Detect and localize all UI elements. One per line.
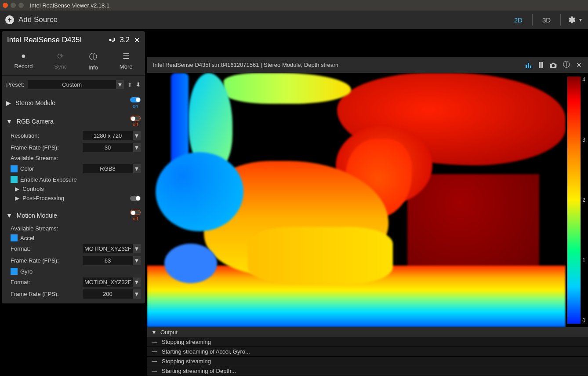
- sidebar: Intel RealSense D435I 3.2 ✕ ● Record ⟳ S…: [0, 29, 147, 376]
- more-button[interactable]: ☰ More: [120, 51, 133, 71]
- chevron-down-icon: ▼: [133, 277, 141, 287]
- chevron-down-icon: ▼: [116, 80, 124, 89]
- motion-module-header[interactable]: ▼ Motion Module off: [6, 210, 141, 221]
- output-panel: ▼ Output Stopping streaming Starting str…: [147, 327, 588, 376]
- window-minimize-icon[interactable]: [11, 3, 16, 8]
- chevron-down-icon: ▼: [133, 256, 141, 265]
- chevron-down-icon: ▼: [133, 244, 141, 253]
- postproc-section[interactable]: ▶ Post-Processing: [11, 193, 141, 203]
- resolution-select[interactable]: 1280 x 720 ▼: [83, 131, 141, 140]
- stereo-module: ▶ Stereo Module on: [2, 94, 145, 112]
- pause-icon[interactable]: [538, 62, 544, 68]
- accel-format-select[interactable]: MOTION_XYZ32F ▼: [83, 244, 141, 253]
- accel-fps-select[interactable]: 63 ▼: [83, 256, 141, 265]
- stereo-toggle[interactable]: [130, 97, 141, 102]
- caret-down-icon: ▼: [6, 212, 12, 219]
- rgb-module-header[interactable]: ▼ RGB Camera off: [6, 116, 141, 127]
- add-source-label: Add Source: [18, 15, 58, 24]
- rgb-module: ▼ RGB Camera off Resolution: 1280 x 720 …: [2, 112, 145, 206]
- window-titlebar: Intel RealSense Viewer v2.18.1: [0, 0, 588, 11]
- resolution-label: Resolution:: [11, 132, 83, 139]
- chevron-down-icon[interactable]: ▼: [578, 18, 583, 22]
- color-checkbox[interactable]: [11, 165, 18, 172]
- camera-icon[interactable]: [550, 62, 557, 68]
- view-2d-button[interactable]: 2D: [511, 15, 526, 26]
- device-name: Intel RealSense D435I: [7, 36, 82, 44]
- view-toggle: 2D 3D ▼: [511, 14, 583, 26]
- svg-rect-3: [539, 62, 541, 68]
- gear-icon[interactable]: [567, 15, 576, 24]
- accel-checkbox[interactable]: [11, 234, 18, 241]
- usb-version: 3.2: [109, 36, 130, 44]
- stream-title: Intel RealSense D435I s.n:841612071561 |…: [153, 62, 338, 68]
- controls-section[interactable]: ▶ Controls: [11, 184, 141, 193]
- preset-label: Preset:: [6, 81, 24, 88]
- caret-down-icon: ▼: [151, 329, 157, 336]
- hamburger-icon: ☰: [123, 51, 130, 61]
- format-label: Format:: [11, 245, 83, 252]
- window-title: Intel RealSense Viewer v2.18.1: [30, 2, 109, 9]
- colorbar: 4 3 2 1 0: [566, 73, 588, 327]
- accel-fps-label: Frame Rate (FPS):: [11, 257, 83, 264]
- plus-circle-icon: +: [5, 15, 14, 24]
- postproc-toggle[interactable]: [130, 196, 141, 201]
- auto-exposure-checkbox[interactable]: [11, 176, 18, 183]
- output-header[interactable]: ▼ Output: [147, 327, 588, 337]
- svg-rect-1: [528, 63, 529, 68]
- fps-label: Frame Rate (FPS):: [11, 144, 83, 151]
- rgb-toggle[interactable]: [130, 116, 141, 121]
- window-close-icon[interactable]: [3, 3, 8, 8]
- preset-select[interactable]: Custom ▼: [28, 80, 124, 89]
- download-icon[interactable]: ⬇: [136, 81, 141, 88]
- dash-icon: [152, 361, 157, 362]
- device-header: Intel RealSense D435I 3.2 ✕: [2, 31, 145, 49]
- svg-rect-4: [541, 62, 543, 68]
- close-device-icon[interactable]: ✕: [134, 36, 140, 44]
- caret-right-icon: ▶: [6, 99, 11, 106]
- close-icon[interactable]: ✕: [576, 61, 582, 69]
- device-toolbar: ● Record ⟳ Sync ⓘ Info ☰ More: [2, 49, 145, 76]
- device-panel: Intel RealSense D435I 3.2 ✕ ● Record ⟳ S…: [2, 31, 145, 303]
- record-icon: ●: [21, 51, 26, 61]
- svg-rect-0: [526, 65, 527, 68]
- available-streams-label: Available Streams:: [11, 155, 58, 161]
- caret-right-icon: ▶: [15, 195, 19, 201]
- motion-module: ▼ Motion Module off Available Streams: A…: [2, 206, 145, 303]
- gyro-fps-label: Frame Rate (FPS):: [11, 291, 83, 297]
- depth-image: [147, 73, 566, 327]
- window-maximize-icon[interactable]: [18, 3, 24, 8]
- sync-button[interactable]: ⟳ Sync: [54, 51, 67, 71]
- stream-header: Intel RealSense D435I s.n:841612071561 |…: [147, 57, 588, 73]
- gyro-checkbox[interactable]: [11, 268, 18, 275]
- stereo-module-header[interactable]: ▶ Stereo Module on: [6, 97, 141, 109]
- add-source-button[interactable]: + Add Source: [5, 15, 58, 24]
- record-button[interactable]: ● Record: [14, 51, 33, 71]
- fps-select[interactable]: 30 ▼: [83, 143, 141, 152]
- dash-icon: [152, 351, 157, 352]
- sync-icon: ⟳: [57, 51, 64, 61]
- upload-icon[interactable]: ⬆: [127, 81, 132, 88]
- dash-icon: [152, 342, 157, 343]
- gyro-fps-select[interactable]: 200 ▼: [83, 289, 141, 299]
- histogram-icon[interactable]: [525, 62, 532, 68]
- gyro-format-select[interactable]: MOTION_XYZ32F ▼: [83, 277, 141, 287]
- depth-view[interactable]: 4 3 2 1 0: [147, 73, 588, 327]
- view-3d-button[interactable]: 3D: [539, 15, 554, 26]
- content-area: Intel RealSense D435I s.n:841612071561 |…: [147, 29, 588, 376]
- divider: [532, 14, 533, 26]
- log-row: Starting streaming of Depth...: [147, 366, 588, 376]
- color-format-select[interactable]: RGB8 ▼: [83, 164, 141, 173]
- preset-row: Preset: Custom ▼ ⬆ ⬇: [2, 76, 145, 94]
- divider: [560, 14, 561, 26]
- caret-down-icon: ▼: [6, 118, 12, 125]
- top-toolbar: + Add Source 2D 3D ▼: [0, 11, 588, 29]
- chevron-down-icon: ▼: [133, 289, 141, 299]
- log-row: Starting streaming of Accel, Gyro...: [147, 347, 588, 357]
- chevron-down-icon: ▼: [133, 143, 141, 152]
- log-row: Stopping streaming: [147, 357, 588, 366]
- log-row: Stopping streaming: [147, 337, 588, 347]
- motion-toggle[interactable]: [130, 210, 141, 215]
- info-icon[interactable]: ⓘ: [563, 60, 570, 69]
- info-button[interactable]: ⓘ Info: [88, 51, 98, 71]
- info-icon: ⓘ: [89, 51, 97, 62]
